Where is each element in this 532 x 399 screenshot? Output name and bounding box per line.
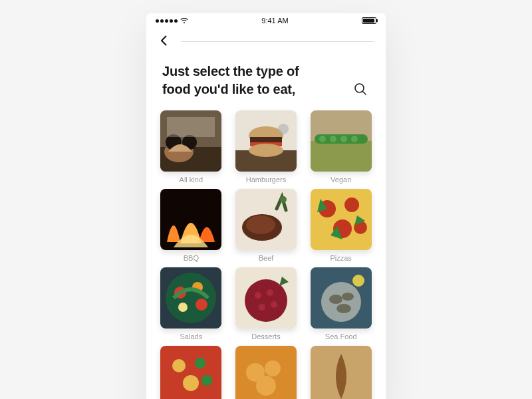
- category-all-kind[interactable]: All kind: [160, 110, 223, 184]
- svg-point-37: [178, 303, 188, 312]
- svg-point-14: [278, 124, 289, 134]
- category-thumb: [235, 110, 297, 172]
- svg-point-46: [329, 295, 342, 304]
- svg-point-26: [280, 196, 287, 203]
- category-thumb: [235, 346, 297, 399]
- category-thumb: [235, 189, 297, 250]
- svg-line-1: [363, 92, 366, 95]
- svg-point-29: [344, 198, 359, 212]
- svg-rect-16: [311, 141, 372, 172]
- svg-point-21: [351, 136, 358, 142]
- svg-point-43: [259, 304, 265, 311]
- status-time: 9:41 AM: [261, 17, 288, 25]
- category-thumb: [311, 346, 372, 399]
- svg-point-20: [340, 136, 347, 142]
- category-thumb: [160, 189, 221, 250]
- category-pizzas[interactable]: Pizzas: [309, 189, 372, 262]
- category-label: Desserts: [235, 332, 298, 340]
- category-thumb: [160, 110, 221, 172]
- svg-point-18: [319, 136, 326, 142]
- svg-point-33: [166, 273, 216, 323]
- category-salads[interactable]: Salads: [160, 267, 223, 340]
- category-bbq[interactable]: BBQ: [160, 189, 223, 262]
- svg-point-48: [336, 304, 351, 313]
- svg-point-13: [249, 144, 283, 157]
- category-label: Hamburgers: [235, 176, 298, 184]
- status-left: [156, 18, 188, 24]
- category-item[interactable]: [160, 346, 223, 399]
- signal-dots-icon: [156, 19, 178, 23]
- svg-point-19: [330, 136, 336, 142]
- category-thumb: [160, 346, 221, 399]
- battery-icon: [362, 17, 376, 24]
- svg-point-25: [246, 215, 275, 234]
- svg-point-53: [183, 375, 199, 391]
- category-thumb: [311, 189, 372, 250]
- category-label: Pizzas: [309, 254, 372, 262]
- category-label: Vegan: [309, 176, 372, 184]
- svg-point-41: [267, 289, 273, 296]
- svg-point-42: [271, 301, 277, 308]
- back-button[interactable]: [158, 35, 170, 47]
- category-item[interactable]: [309, 346, 372, 399]
- heading-row: Just select the type of food you'd like …: [146, 49, 386, 105]
- svg-point-51: [172, 359, 186, 372]
- nav-divider: [181, 41, 374, 42]
- svg-point-58: [256, 376, 276, 396]
- category-thumb: [160, 267, 221, 329]
- search-icon: [352, 81, 368, 97]
- svg-point-54: [201, 375, 212, 386]
- search-button[interactable]: [351, 80, 370, 98]
- svg-point-40: [255, 292, 261, 299]
- category-label: Sea Food: [309, 332, 372, 340]
- svg-rect-7: [167, 117, 215, 137]
- status-right: [362, 17, 376, 24]
- category-label: All kind: [160, 176, 223, 184]
- category-sea-food[interactable]: Sea Food: [309, 267, 372, 340]
- category-label: BBQ: [160, 254, 223, 262]
- svg-point-57: [265, 360, 281, 376]
- category-grid: All kind Hamburgers Vegan BBQ Beef: [146, 105, 386, 371]
- category-thumb: [311, 110, 372, 172]
- category-thumb: [311, 267, 372, 329]
- status-bar: 9:41 AM: [146, 13, 386, 28]
- phone-frame: 9:41 AM Just select the type of food you…: [146, 13, 386, 399]
- page-title: Just select the type of food you'd like …: [162, 63, 309, 98]
- svg-point-49: [352, 275, 364, 287]
- svg-point-36: [196, 299, 207, 311]
- category-label: Salads: [160, 332, 223, 340]
- svg-point-52: [195, 358, 205, 368]
- category-beef[interactable]: Beef: [235, 189, 298, 262]
- category-label: Beef: [235, 254, 298, 262]
- svg-point-47: [342, 293, 354, 301]
- chevron-left-icon: [158, 35, 170, 47]
- category-item[interactable]: [235, 346, 298, 399]
- category-desserts[interactable]: Desserts: [235, 267, 298, 340]
- nav-row: [146, 28, 386, 49]
- wifi-icon: [180, 18, 188, 24]
- svg-rect-11: [250, 137, 282, 142]
- category-hamburgers[interactable]: Hamburgers: [235, 110, 298, 184]
- category-thumb: [235, 267, 297, 329]
- svg-point-39: [245, 279, 287, 322]
- category-vegan[interactable]: Vegan: [309, 110, 372, 184]
